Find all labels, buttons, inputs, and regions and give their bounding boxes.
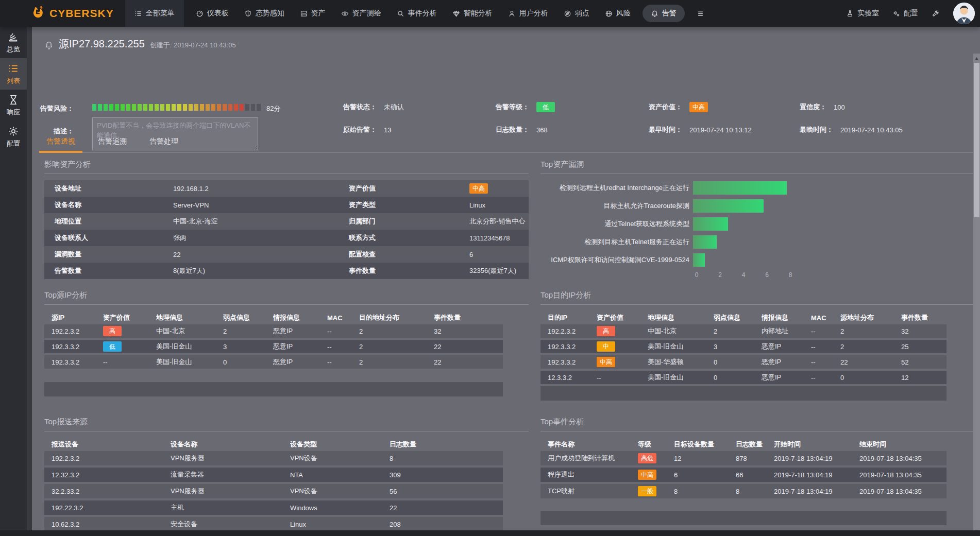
column-header: 日志数量 (390, 440, 503, 449)
risk-segment (166, 104, 170, 111)
shield-icon (244, 10, 252, 18)
nav-item-alerts[interactable]: 告警 (643, 5, 685, 22)
chart-plot-area (693, 181, 787, 195)
tab-alert-trace[interactable]: 告警追溯 (96, 137, 129, 146)
nav-item-dashboard[interactable]: 仪表板 (188, 0, 236, 27)
tab-alert-handle[interactable]: 告警处理 (147, 137, 180, 146)
list-icon (8, 63, 19, 74)
sidebar-item-config[interactable]: 配置 (0, 121, 27, 152)
src-ip-table: 源IP资产价值地理信息弱点信息情报信息MAC目的地址分布事件数量192.2.3.… (44, 311, 503, 369)
nav-item-menu-all[interactable]: 全部菜单 (125, 0, 184, 27)
sidebar-item-response[interactable]: 响应 (0, 90, 27, 121)
table-cell: 2 (840, 343, 901, 351)
nav-item-risk[interactable]: 风险 (597, 0, 638, 27)
nav-item-user-analysis[interactable]: 用户分析 (500, 0, 556, 27)
nav-item-situation-awareness[interactable]: 态势感知 (236, 0, 292, 27)
field-value: 未确认 (384, 102, 404, 112)
table-row: 12.32.3.2流量采集器NTA309 (44, 468, 503, 482)
column-header: 资产价值 (597, 313, 648, 322)
column-header: 设备名称 (171, 440, 290, 449)
table-cell: NTA (290, 471, 390, 479)
chart-category-label: 通过Telnet获取远程系统类型 (540, 219, 693, 229)
nav-item-event-analysis[interactable]: 事件分析 (389, 0, 445, 27)
table-cell: 22 (434, 358, 503, 366)
nav-item-asset-mapping[interactable]: 资产测绘 (333, 0, 389, 27)
level-badge: 中高 (597, 357, 615, 367)
sidebar-item-list[interactable]: 列表 (0, 58, 27, 90)
avatar[interactable] (953, 3, 975, 24)
field-label: 日志数量： (496, 125, 529, 134)
table-cell: -- (811, 358, 840, 366)
table-cell: 309 (390, 471, 503, 479)
chart-category-label: 检测到目标主机Telnet服务正在运行 (540, 237, 693, 247)
table-cell: 878 (736, 455, 774, 462)
flask-icon (846, 10, 854, 18)
table-cell: 32 (901, 327, 947, 335)
vertical-scrollbar[interactable]: ▲ ▼ (973, 54, 980, 536)
tab-alert-perspective[interactable]: 告警透视 (44, 137, 77, 146)
level-badge: 低 (536, 102, 555, 112)
table-row: TCP映射一般882019-7-18 13:04:192019-07-18 13… (540, 484, 947, 498)
scroll-up-arrow-icon[interactable]: ▲ (973, 55, 980, 62)
nav-item-configuration[interactable]: 配置 (886, 0, 925, 27)
kv-label: 设备联系人 (55, 233, 173, 243)
risk-segment (115, 104, 119, 111)
brand-logo[interactable]: CYBERSKY (0, 0, 125, 27)
table-cell: 美国-华盛顿 (648, 357, 714, 367)
risk-segment (211, 104, 215, 111)
menu-icon (697, 10, 704, 18)
globe-icon (605, 10, 613, 18)
table-cell: 2019-7-18 13:04:19 (774, 455, 859, 462)
table-cell: 66 (736, 471, 774, 479)
risk-segment (92, 104, 96, 111)
nav-item-label: 仪表板 (207, 9, 229, 18)
panel-top-src-ip: Top源IP分析 源IP资产价值地理信息弱点信息情报信息MAC目的地址分布事件数… (44, 288, 529, 415)
table-cell: 流量采集器 (171, 470, 290, 479)
table-cell: 恶意IP (273, 357, 327, 367)
table-cell: 10.62.3.2 (52, 521, 171, 528)
nav-item-more-menu[interactable] (689, 0, 712, 27)
nav-item-laboratory[interactable]: 实验室 (839, 0, 886, 27)
detail-tabs: 告警透视告警追溯告警处理 (44, 137, 973, 152)
server-icon (300, 10, 308, 18)
nav-item-tools[interactable] (925, 0, 946, 27)
table-cell: 192.22.3.2 (52, 504, 171, 512)
column-header: 目的IP (548, 313, 597, 322)
panel-title-src-ip: Top源IP分析 (44, 290, 529, 305)
kv-table-row: 设备地址192.168.1.2资产价值中高 (44, 180, 529, 197)
column-header: 情报信息 (273, 313, 327, 322)
risk-segment (257, 104, 261, 111)
bottom-edge-bar (0, 530, 980, 536)
risk-segment (109, 104, 113, 111)
risk-segment (172, 104, 176, 111)
risk-segment (206, 104, 210, 111)
eye-icon (341, 10, 349, 18)
column-header: 地理信息 (156, 313, 223, 322)
nav-item-weakness[interactable]: 弱点 (556, 0, 597, 27)
table-cell: 2019-7-18 13:04:19 (774, 488, 859, 495)
table-cell: 2 (359, 327, 434, 335)
panels-grid: 影响资产分析 设备地址192.168.1.2资产价值中高设备名称Server-V… (44, 158, 973, 536)
risk-gauge (92, 104, 261, 111)
nav-item-intelligent-analysis[interactable]: 智能分析 (445, 0, 500, 27)
table-header-row: 目的IP资产价值地理信息弱点信息情报信息MAC源地址分布事件数量 (540, 311, 947, 324)
nav-item-assets[interactable]: 资产 (292, 0, 333, 27)
table-cell: 6 (674, 471, 736, 479)
table-cell: 2 (223, 327, 273, 335)
scrollbar-thumb[interactable] (974, 63, 979, 217)
panel-top-events: Top事件分析 事件名称等级目标设备数量日志数量开始时间结束时间用户成功登陆到计… (540, 415, 973, 536)
table-cell: 12 (674, 455, 736, 462)
kv-table-row: 地理位置中国-北京-海淀归属部门北京分部-销售中心 (44, 213, 529, 230)
sidebar-item-label: 列表 (7, 76, 20, 85)
risk-segment (132, 104, 136, 111)
table-cell: 52 (901, 358, 947, 366)
table-cell: 32 (434, 327, 503, 335)
sidebar-item-label: 配置 (7, 139, 20, 148)
sidebar-item-overview[interactable]: 总览 (0, 27, 27, 58)
table-row: 12.3.3.2--美国-旧金山0恶意IP--012 (540, 371, 947, 384)
table-cell: -- (811, 327, 840, 335)
kv-table-row: 设备联系人张两联系方式13112345678 (44, 230, 529, 246)
sidebar-collapse-strip (27, 27, 32, 536)
table-cell: 12 (901, 374, 947, 382)
chart-bar (693, 181, 787, 195)
